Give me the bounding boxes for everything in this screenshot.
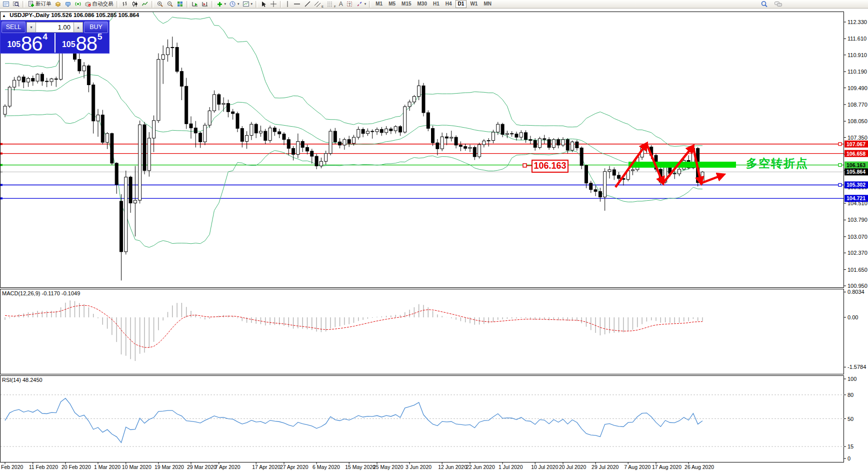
new-order-button[interactable]: 新订单 xyxy=(26,0,53,9)
horizontal-line-icon xyxy=(293,1,301,8)
new-order-icon xyxy=(28,1,34,8)
date-tick: 6 May 2020 xyxy=(312,464,340,470)
date-tick: 29 Jul 2020 xyxy=(592,464,618,470)
turning-point-band xyxy=(628,162,736,168)
chart-canvas[interactable]: 112.330111.610110.910110.190109.490108.7… xyxy=(0,0,868,472)
signals-button[interactable] xyxy=(73,0,83,9)
timeframe-mn-button[interactable]: MN xyxy=(481,0,494,8)
toolbar-separator xyxy=(152,1,154,8)
new-chart-button[interactable] xyxy=(1,0,11,9)
zoom-in-button[interactable] xyxy=(155,0,165,9)
svg-text:101.650: 101.650 xyxy=(848,267,868,273)
timeframe-m5-button[interactable]: M5 xyxy=(386,0,398,8)
tile-windows-button[interactable] xyxy=(175,0,185,9)
timeframe-d1-button[interactable]: D1 xyxy=(456,0,467,8)
autoscroll-button[interactable] xyxy=(190,0,200,9)
price-callout-box[interactable]: 106.163 xyxy=(532,160,568,173)
toolbar-separator xyxy=(116,1,118,8)
svg-text:106.658: 106.658 xyxy=(846,151,866,157)
line-chart-mode-button[interactable] xyxy=(140,0,150,9)
timeframe-w1-button[interactable]: W1 xyxy=(468,0,480,8)
periods-button[interactable]: ▾ xyxy=(228,0,241,9)
crosshair-tool-button[interactable] xyxy=(268,0,278,9)
autotrade-button[interactable]: 自动交易 xyxy=(83,0,115,9)
arrows-tool-button[interactable]: ▾ xyxy=(354,0,368,9)
sell-price-big: 86 xyxy=(21,36,42,51)
date-tick: 10 Jul 2020 xyxy=(531,464,558,470)
chart-shift-icon xyxy=(202,1,208,8)
svg-text:103.070: 103.070 xyxy=(848,234,868,240)
date-tick: 20 Feb 2020 xyxy=(62,464,91,470)
toolbar-separator xyxy=(212,1,214,8)
chat-button[interactable] xyxy=(772,0,784,9)
svg-text:110.910: 110.910 xyxy=(848,52,867,58)
sell-button[interactable]: SELL xyxy=(2,22,26,33)
timeframe-m15-button[interactable]: M15 xyxy=(399,0,414,8)
buy-price-main: 105 xyxy=(62,40,76,49)
buy-button[interactable]: BUY xyxy=(84,22,108,33)
date-tick: 20 Jul 2020 xyxy=(559,464,586,470)
svg-text:107.350: 107.350 xyxy=(848,135,868,141)
timeframe-m30-button[interactable]: M30 xyxy=(415,0,430,8)
vline-tool-button[interactable] xyxy=(284,0,292,9)
volume-input[interactable]: 1.00 xyxy=(36,22,74,33)
timeframe-h4-button[interactable]: H4 xyxy=(443,0,454,8)
collapse-panel-icon[interactable]: ▲ xyxy=(2,14,6,18)
date-tick: 3 Jun 2020 xyxy=(406,464,432,470)
search-button[interactable] xyxy=(759,0,770,9)
terminal-button[interactable] xyxy=(63,0,73,9)
toolbar: 新订单 自动交易 ▾ ▾ ▾ E F A T ▾ M1M5M15M30H1H4D… xyxy=(0,0,868,9)
timeframe-m1-button[interactable]: M1 xyxy=(373,0,385,8)
sell-price-display[interactable]: 105 86 4 xyxy=(0,33,54,53)
volume-increase-button[interactable]: ▲ xyxy=(74,22,83,33)
date-tick: 29 Mar 2020 xyxy=(187,464,216,470)
line-chart-icon xyxy=(142,1,148,8)
indicators-button[interactable]: ▾ xyxy=(215,0,228,9)
svg-text:108.050: 108.050 xyxy=(848,118,868,124)
channel-tool-button[interactable]: E xyxy=(312,0,325,9)
chart-shift-button[interactable] xyxy=(200,0,210,9)
equidistant-channel-icon xyxy=(314,1,321,8)
svg-text:0.8034: 0.8034 xyxy=(848,289,864,295)
svg-text:106.163: 106.163 xyxy=(846,162,866,168)
chevron-down-icon: ▾ xyxy=(224,2,226,6)
hline-tool-button[interactable] xyxy=(292,0,302,9)
date-tick: 10 Mar 2020 xyxy=(122,464,152,470)
callout-anchor xyxy=(523,164,526,167)
toolbar-separator xyxy=(369,1,371,8)
bar-chart-mode-button[interactable] xyxy=(120,0,130,9)
candle-chart-mode-button[interactable] xyxy=(130,0,140,9)
timeframe-h1-button[interactable]: H1 xyxy=(430,0,442,8)
turning-point-annotation: 多空转折点 xyxy=(746,156,808,171)
zoom-out-button[interactable] xyxy=(165,0,175,9)
zoom-in-icon xyxy=(156,1,164,8)
trendline-tool-button[interactable] xyxy=(302,0,312,9)
date-tick: 26 Aug 2020 xyxy=(684,464,714,470)
date-tick: 15 May 2020 xyxy=(345,464,376,470)
svg-text:80: 80 xyxy=(848,392,854,398)
metaeditor-button[interactable] xyxy=(53,0,63,9)
cursor-tool-button[interactable] xyxy=(259,0,268,9)
rsi-indicator-label: RSI(14) 48.2450 xyxy=(2,377,42,383)
templates-button[interactable]: ▾ xyxy=(241,0,254,9)
profiles-button[interactable] xyxy=(11,0,21,9)
svg-text:T: T xyxy=(348,2,351,7)
label-tool-button[interactable]: T xyxy=(344,0,354,9)
svg-text:50: 50 xyxy=(848,416,854,422)
svg-text:0.00: 0.00 xyxy=(848,314,858,320)
date-tick: 11 Feb 2020 xyxy=(29,464,58,470)
date-tick: 27 Apr 2020 xyxy=(280,464,308,470)
svg-text:0: 0 xyxy=(848,455,850,461)
buy-price-display[interactable]: 105 88 5 xyxy=(56,33,110,53)
svg-text:15: 15 xyxy=(848,443,854,449)
crosshair-icon xyxy=(270,1,277,8)
date-tick: 22 Jun 2020 xyxy=(466,464,495,470)
fibonacci-tool-button[interactable]: F xyxy=(325,0,338,9)
svg-text:100: 100 xyxy=(848,376,856,382)
macd-indicator-label: MACD(12,26,9) -0.1170 -0.1049 xyxy=(2,290,80,296)
volume-decrease-button[interactable]: ▼ xyxy=(26,22,36,33)
candle-chart-icon xyxy=(132,1,138,8)
text-tool-button[interactable]: A xyxy=(338,0,344,9)
macd-pane xyxy=(0,289,844,374)
chat-icon xyxy=(774,1,782,8)
